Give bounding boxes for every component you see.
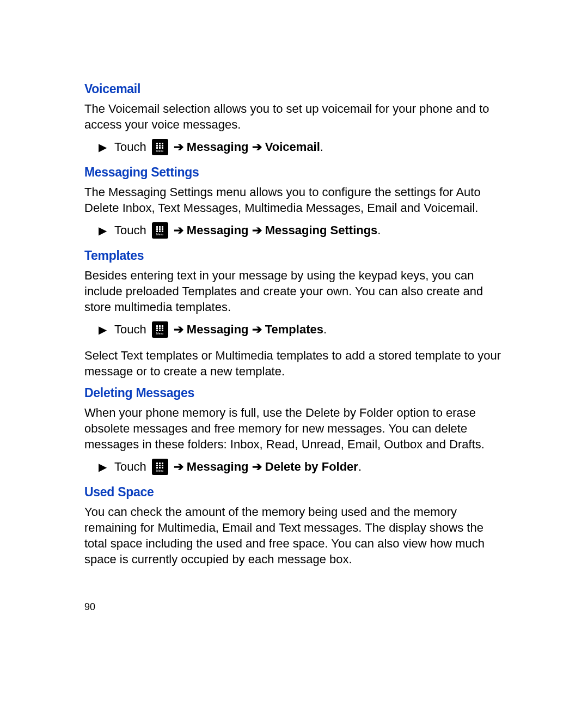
menu-icon-label: Menu — [156, 233, 163, 236]
menu-icon: Menu — [152, 321, 168, 338]
section-used-space: Used Space You can check the amount of t… — [84, 485, 504, 567]
section-templates: Templates Besides entering text in your … — [84, 248, 504, 379]
body-templates: Besides entering text in your message by… — [84, 267, 504, 315]
page-number: 90 — [84, 601, 504, 613]
step-touch-label: Touch — [114, 140, 146, 154]
body-voicemail: The Voicemail selection allows you to se… — [84, 101, 504, 132]
arrow-icon: ➔ — [174, 460, 183, 473]
arrow-icon: ➔ — [174, 140, 183, 154]
step-bullet-icon: ▶ — [99, 225, 107, 236]
step-deleting-messages: ▶ Touch Menu ➔ Messaging ➔ Delete by Fol… — [99, 459, 504, 475]
step-touch-label: Touch — [114, 460, 146, 474]
step-period: . — [320, 140, 323, 154]
menu-icon: Menu — [152, 139, 168, 155]
step-path-templates: Messaging ➔ Templates — [187, 322, 323, 336]
heading-templates: Templates — [84, 248, 504, 263]
step-voicemail: ▶ Touch Menu ➔ Messaging ➔ Voicemail. — [99, 139, 504, 155]
step-bullet-icon: ▶ — [99, 461, 107, 472]
menu-icon: Menu — [152, 459, 168, 475]
menu-icon-label: Menu — [156, 470, 163, 472]
heading-used-space: Used Space — [84, 485, 504, 500]
step-path-voicemail: Messaging ➔ Voicemail — [187, 140, 320, 154]
step-path-messaging-settings: Messaging ➔ Messaging Settings — [187, 223, 378, 237]
step-period: . — [377, 223, 381, 237]
heading-messaging-settings: Messaging Settings — [84, 165, 504, 180]
body-deleting-messages: When your phone memory is full, use the … — [84, 405, 504, 452]
heading-voicemail: Voicemail — [84, 82, 504, 96]
heading-deleting-messages: Deleting Messages — [84, 386, 504, 400]
body-templates-2: Select Text templates or Multimedia temp… — [84, 348, 504, 379]
arrow-icon: ➔ — [174, 223, 183, 237]
step-touch-label: Touch — [114, 223, 146, 238]
step-period: . — [358, 460, 362, 473]
section-voicemail: Voicemail The Voicemail selection allows… — [84, 82, 504, 155]
arrow-icon: ➔ — [174, 322, 183, 336]
section-messaging-settings: Messaging Settings The Messaging Setting… — [84, 165, 504, 239]
step-messaging-settings: ▶ Touch Menu ➔ Messaging ➔ Messaging Set… — [99, 222, 504, 239]
menu-icon-label: Menu — [156, 150, 163, 153]
body-messaging-settings: The Messaging Settings menu allows you t… — [84, 184, 504, 216]
body-used-space: You can check the amount of the memory b… — [84, 504, 504, 567]
step-touch-label: Touch — [114, 322, 146, 337]
menu-icon: Menu — [152, 222, 168, 239]
section-deleting-messages: Deleting Messages When your phone memory… — [84, 386, 504, 475]
step-templates: ▶ Touch Menu ➔ Messaging ➔ Templates. — [99, 321, 504, 338]
step-path-delete: Messaging ➔ Delete by Folder — [187, 460, 358, 473]
manual-page: Voicemail The Voicemail selection allows… — [0, 0, 588, 613]
menu-icon-label: Menu — [156, 332, 163, 335]
step-bullet-icon: ▶ — [99, 324, 107, 335]
step-bullet-icon: ▶ — [99, 142, 107, 153]
step-period: . — [323, 322, 327, 336]
